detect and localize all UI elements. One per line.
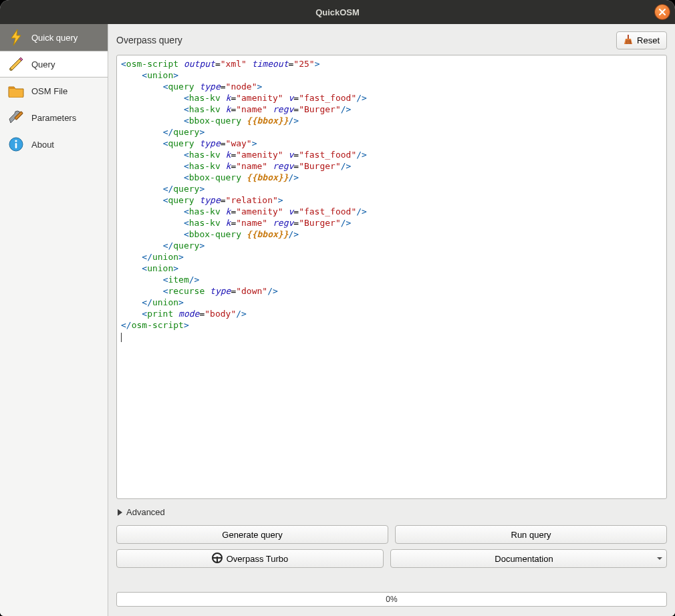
svg-marker-0 xyxy=(11,29,21,45)
sidebar: Quick query Query OSM File xyxy=(0,24,108,616)
docs-label: Documentation xyxy=(495,554,553,564)
section-title: Overpass query xyxy=(116,35,182,45)
tools-icon xyxy=(7,108,25,127)
sidebar-item-parameters[interactable]: Parameters xyxy=(0,104,108,131)
run-query-button[interactable]: Run query xyxy=(395,525,667,544)
generate-label: Generate query xyxy=(222,530,282,540)
broom-icon xyxy=(624,35,633,46)
folder-icon xyxy=(7,82,25,100)
advanced-label: Advanced xyxy=(126,507,165,517)
reset-label: Reset xyxy=(637,35,660,45)
content-panel: Overpass query Reset <osm-script output=… xyxy=(108,24,675,616)
overpass-turbo-button[interactable]: Overpass Turbo xyxy=(116,549,384,568)
advanced-expander[interactable]: Advanced xyxy=(116,504,667,520)
sidebar-item-label: Parameters xyxy=(31,113,76,123)
svg-rect-8 xyxy=(628,35,629,39)
sidebar-item-label: Query xyxy=(31,59,55,69)
sidebar-item-about[interactable]: About xyxy=(0,131,108,158)
reset-button[interactable]: Reset xyxy=(616,31,667,49)
sidebar-item-label: About xyxy=(31,140,54,150)
documentation-button[interactable]: Documentation xyxy=(390,549,667,568)
titlebar: QuickOSM xyxy=(0,0,675,24)
turbo-label: Overpass Turbo xyxy=(227,554,289,564)
progress-text: 0% xyxy=(386,595,397,604)
query-editor[interactable]: <osm-script output="xml" timeout="25"> <… xyxy=(116,55,667,499)
svg-rect-7 xyxy=(15,143,17,148)
window-title: QuickOSM xyxy=(315,7,360,17)
sidebar-item-query[interactable]: Query xyxy=(0,51,108,78)
close-icon xyxy=(658,8,666,16)
progress-bar: 0% xyxy=(116,592,667,607)
svg-point-10 xyxy=(216,557,219,559)
steering-wheel-icon xyxy=(212,553,223,565)
chevron-right-icon xyxy=(118,509,122,516)
sidebar-item-quick-query[interactable]: Quick query xyxy=(0,24,108,51)
lightning-icon xyxy=(7,28,25,47)
svg-marker-1 xyxy=(10,59,21,70)
sidebar-item-osm-file[interactable]: OSM File xyxy=(0,78,108,104)
svg-point-6 xyxy=(15,140,17,142)
sidebar-item-label: Quick query xyxy=(31,33,78,43)
pencil-icon xyxy=(7,55,25,73)
close-button[interactable] xyxy=(655,5,670,19)
info-icon xyxy=(7,135,25,154)
chevron-down-icon xyxy=(657,557,662,560)
generate-query-button[interactable]: Generate query xyxy=(116,525,388,544)
run-label: Run query xyxy=(511,530,551,540)
sidebar-item-label: OSM File xyxy=(31,86,68,96)
app-window: QuickOSM Quick query Query xyxy=(0,0,675,616)
